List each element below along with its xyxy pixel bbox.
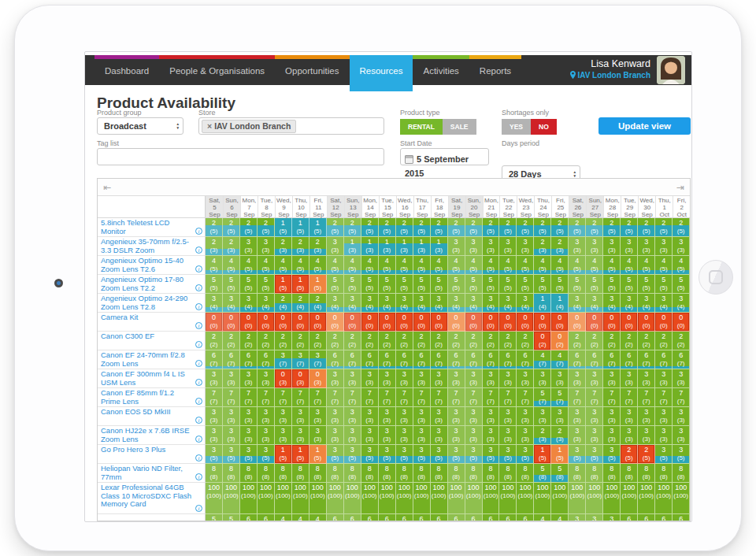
availability-cell[interactable]: 3(4) (517, 294, 534, 313)
availability-cell[interactable]: 1(3) (396, 237, 413, 256)
availability-cell[interactable]: 4(5) (534, 256, 551, 275)
availability-cell[interactable]: 3(3) (673, 369, 690, 388)
availability-cell[interactable]: 2(2) (655, 332, 673, 350)
availability-cell[interactable]: 3(3) (673, 237, 690, 256)
availability-cell[interactable]: 2(2) (258, 332, 275, 350)
availability-cell[interactable]: 3(3) (655, 369, 673, 388)
availability-cell[interactable]: 2(2) (465, 332, 483, 350)
availability-cell[interactable]: 100(100) (569, 483, 586, 514)
availability-cell[interactable]: 5(5) (534, 275, 551, 294)
availability-cell[interactable]: 100(100) (223, 483, 240, 514)
availability-cell[interactable]: 1(3) (431, 237, 448, 256)
availability-cell[interactable]: 4(5) (206, 256, 223, 275)
availability-cell[interactable]: 5(5) (621, 275, 638, 294)
tab-dashboard[interactable]: Dashboard (94, 55, 159, 85)
availability-cell[interactable]: 3(5) (240, 445, 258, 464)
availability-cell[interactable]: 8(8) (448, 464, 465, 483)
availability-cell[interactable]: 2(2) (396, 332, 413, 350)
availability-cell[interactable]: 2(2) (344, 332, 361, 350)
availability-cell[interactable]: 2(5) (499, 218, 517, 237)
availability-cell[interactable]: 3 (603, 514, 621, 521)
availability-cell[interactable]: 5(5) (673, 275, 690, 294)
availability-cell[interactable]: 3(3) (413, 426, 431, 445)
availability-cell[interactable]: 3(3) (413, 407, 431, 426)
availability-cell[interactable]: 3(7) (275, 350, 292, 369)
availability-cell[interactable]: 4 (292, 514, 309, 521)
availability-cell[interactable]: 4(5) (465, 256, 483, 275)
availability-cell[interactable]: 6 (379, 514, 396, 521)
product-link[interactable]: Lexar Professional 64GB Class 10 MicroSD… (101, 484, 194, 509)
availability-cell[interactable]: 2(5) (240, 218, 258, 237)
info-icon[interactable]: i (195, 228, 202, 235)
availability-cell[interactable]: 4(5) (431, 256, 448, 275)
availability-cell[interactable]: 6(7) (327, 350, 344, 369)
availability-cell[interactable]: 100(100) (483, 483, 500, 514)
availability-cell[interactable]: 3(3) (603, 369, 621, 388)
availability-cell[interactable]: 8(8) (483, 464, 500, 483)
availability-cell[interactable]: 3(3) (569, 369, 586, 388)
start-date-input[interactable]: 5 September 2015 (400, 148, 489, 165)
availability-cell[interactable]: 7(7) (379, 388, 396, 407)
availability-cell[interactable]: 1(4) (551, 294, 569, 313)
update-view-button[interactable]: Update view (598, 117, 691, 135)
availability-cell[interactable]: 5(5) (655, 275, 673, 294)
availability-cell[interactable]: 6(7) (379, 350, 396, 369)
availability-cell[interactable]: 3(3) (431, 426, 448, 445)
availability-cell[interactable]: 4(5) (551, 256, 569, 275)
availability-cell[interactable]: 5(5) (361, 275, 379, 294)
availability-cell[interactable]: 2(5) (396, 218, 413, 237)
info-icon[interactable]: i (195, 454, 202, 461)
availability-cell[interactable]: 3(3) (431, 369, 448, 388)
product-link[interactable]: Canon EOS 5D MkIII (101, 408, 194, 417)
availability-cell[interactable]: 3(4) (499, 294, 517, 313)
info-icon[interactable]: i (195, 303, 202, 310)
availability-cell[interactable]: 6 (673, 514, 690, 521)
availability-cell[interactable]: 4(5) (448, 256, 465, 275)
availability-cell[interactable]: 3(3) (275, 426, 292, 445)
availability-cell[interactable]: 6(7) (603, 350, 621, 369)
availability-cell[interactable]: 3(3) (586, 407, 603, 426)
availability-cell[interactable]: 3(5) (361, 445, 379, 464)
availability-cell[interactable]: 4(5) (344, 256, 361, 275)
availability-cell[interactable]: 3(3) (638, 369, 655, 388)
availability-cell[interactable]: 3(3) (309, 426, 327, 445)
availability-cell[interactable]: 7(7) (206, 388, 223, 407)
availability-cell[interactable]: 6(7) (621, 350, 638, 369)
availability-cell[interactable]: 8(8) (673, 464, 690, 483)
availability-cell[interactable]: 2(2) (621, 332, 638, 350)
availability-cell[interactable]: 3(3) (327, 426, 344, 445)
availability-cell[interactable]: 3(3) (413, 369, 431, 388)
product-link[interactable]: Angenieux Optimo 17-80 Zoom Lens T2.2 (101, 276, 194, 292)
availability-cell[interactable]: 6 (638, 514, 655, 521)
availability-cell[interactable]: 5 (206, 514, 223, 521)
availability-cell[interactable]: 3(4) (379, 294, 396, 313)
product-type-sale-option[interactable]: SALE (443, 119, 476, 135)
availability-cell[interactable]: 7(7) (258, 388, 275, 407)
availability-cell[interactable]: 3(4) (206, 294, 223, 313)
availability-cell[interactable]: 3(3) (258, 237, 275, 256)
availability-cell[interactable]: 2(5) (431, 218, 448, 237)
info-icon[interactable]: i (195, 246, 202, 254)
availability-cell[interactable]: 3(3) (499, 237, 517, 256)
availability-cell[interactable]: 5(5) (517, 275, 534, 294)
availability-cell[interactable]: 7(7) (344, 388, 361, 407)
availability-cell[interactable]: 3(7) (309, 350, 327, 369)
availability-cell[interactable]: 1(5) (275, 445, 292, 464)
availability-cell[interactable]: 8(8) (396, 464, 413, 483)
user-block[interactable]: Lisa Kenward IAV London Branch (570, 57, 650, 81)
availability-cell[interactable]: 3(5) (379, 445, 396, 464)
availability-cell[interactable]: 3(3) (603, 237, 621, 256)
availability-cell[interactable]: 2(2) (431, 332, 448, 350)
availability-cell[interactable]: 1(3) (361, 237, 379, 256)
availability-cell[interactable]: 3(5) (517, 445, 534, 464)
availability-cell[interactable]: 5(5) (551, 275, 569, 294)
availability-cell[interactable]: 0(0) (240, 313, 258, 332)
availability-cell[interactable]: 0(0) (673, 313, 690, 332)
availability-cell[interactable]: 3(3) (206, 407, 223, 426)
product-link[interactable]: Canon EF 24-70mm f/2.8 Zoom Lens (101, 351, 194, 368)
availability-cell[interactable]: 2(5) (465, 218, 483, 237)
availability-cell[interactable]: 3(3) (517, 407, 534, 426)
availability-cell[interactable]: 0(0) (379, 313, 396, 332)
availability-cell[interactable]: 3(3) (638, 237, 655, 256)
shortages-yes-option[interactable]: YES (502, 119, 531, 135)
